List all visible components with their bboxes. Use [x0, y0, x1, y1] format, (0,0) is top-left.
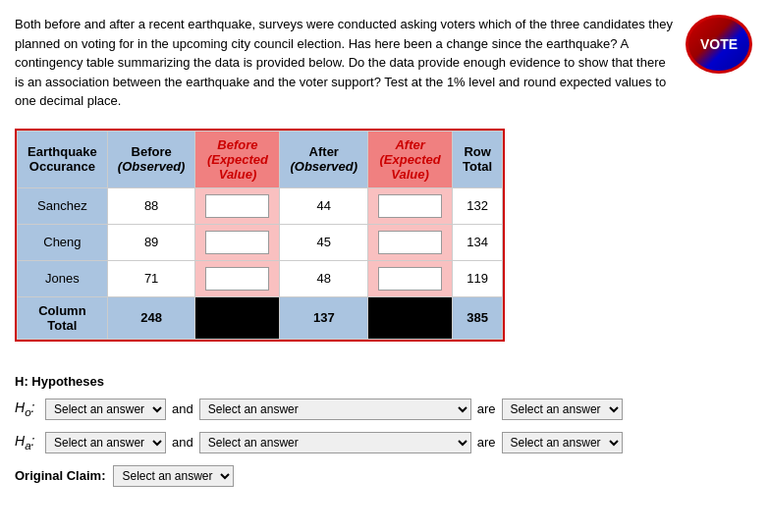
h0-select-1[interactable]: Select an answer p1 = p2 p1 ≠ p2 p1 < p2… — [45, 399, 166, 420]
jones-before-exp-input[interactable] — [205, 267, 269, 291]
col-header-earthquake: EarthquakeOccurance — [18, 131, 108, 187]
h0-select-2[interactable]: Select an answer earthquake and voter su… — [199, 399, 471, 420]
vote-image: VOTE — [686, 15, 754, 74]
label-column-total: ColumnTotal — [18, 296, 108, 339]
sanchez-after-exp[interactable] — [368, 187, 453, 224]
h0-row: Ho: Select an answer p1 = p2 p1 ≠ p2 p1 … — [15, 399, 754, 420]
h0-label: Ho: — [15, 399, 39, 418]
intro-text: Both before and after a recent earthquak… — [15, 15, 676, 111]
original-claim-select[interactable]: Select an answer H0 Ha — [113, 465, 234, 487]
col-header-before-exp: Before(ExpectedValue) — [195, 131, 280, 187]
original-claim-label: Original Claim: — [15, 468, 105, 483]
jones-before-obs: 71 — [107, 260, 195, 296]
sanchez-before-obs: 88 — [107, 187, 195, 224]
cheng-before-obs: 89 — [107, 224, 195, 260]
col-total-before: 248 — [107, 296, 195, 339]
col-header-after-exp: After(ExpectedValue) — [368, 131, 453, 187]
original-claim-row: Original Claim: Select an answer H0 Ha — [15, 465, 754, 487]
sanchez-after-obs: 44 — [280, 187, 368, 224]
label-cheng: Cheng — [18, 224, 108, 260]
cheng-before-exp[interactable] — [195, 224, 280, 260]
ha-are-label: are — [477, 435, 496, 450]
cheng-after-exp-input[interactable] — [378, 231, 442, 254]
col-total-after-exp — [368, 296, 453, 339]
jones-after-exp-input[interactable] — [378, 267, 442, 291]
ha-select-1[interactable]: Select an answer p1 = p2 p1 ≠ p2 p1 < p2… — [45, 432, 166, 453]
col-header-row-total: RowTotal — [453, 131, 503, 187]
label-sanchez: Sanchez — [18, 187, 108, 224]
cheng-after-exp[interactable] — [368, 224, 453, 260]
hypotheses-section: H: Hypotheses Ho: Select an answer p1 = … — [15, 374, 754, 487]
hypotheses-title: H: Hypotheses — [15, 374, 754, 389]
grand-total: 385 — [453, 296, 503, 339]
sanchez-before-exp[interactable] — [195, 187, 280, 224]
table-row-sanchez: Sanchez 88 44 132 — [18, 187, 503, 224]
table-row-cheng: Cheng 89 45 134 — [18, 224, 503, 260]
ha-and-label: and — [172, 435, 193, 450]
col-total-after: 137 — [280, 296, 368, 339]
h0-select-3[interactable]: Select an answer independent dependent e… — [502, 399, 623, 420]
sanchez-before-exp-input[interactable] — [205, 194, 269, 218]
jones-after-obs: 48 — [280, 260, 368, 296]
ha-row: Ha: Select an answer p1 = p2 p1 ≠ p2 p1 … — [15, 432, 754, 453]
jones-after-exp[interactable] — [368, 260, 453, 296]
ha-select-2[interactable]: Select an answer earthquake and voter su… — [199, 432, 471, 453]
contingency-table: EarthquakeOccurance Before(Observed) Bef… — [15, 129, 505, 342]
ha-label: Ha: — [15, 433, 39, 452]
h0-are-label: are — [477, 401, 496, 416]
cheng-row-total: 134 — [453, 224, 503, 260]
jones-before-exp[interactable] — [195, 260, 280, 296]
col-header-before-obs: Before(Observed) — [107, 131, 195, 187]
table-row-total: ColumnTotal 248 137 385 — [18, 296, 503, 339]
label-jones: Jones — [18, 260, 108, 296]
jones-row-total: 119 — [453, 260, 503, 296]
cheng-before-exp-input[interactable] — [205, 231, 269, 254]
cheng-after-obs: 45 — [280, 224, 368, 260]
col-header-after-obs: After(Observed) — [280, 131, 368, 187]
col-total-before-exp — [195, 296, 280, 339]
sanchez-row-total: 132 — [453, 187, 503, 224]
h0-and-label: and — [172, 401, 193, 416]
sanchez-after-exp-input[interactable] — [378, 194, 442, 218]
ha-select-3[interactable]: Select an answer independent dependent e… — [502, 432, 623, 453]
table-row-jones: Jones 71 48 119 — [18, 260, 503, 296]
